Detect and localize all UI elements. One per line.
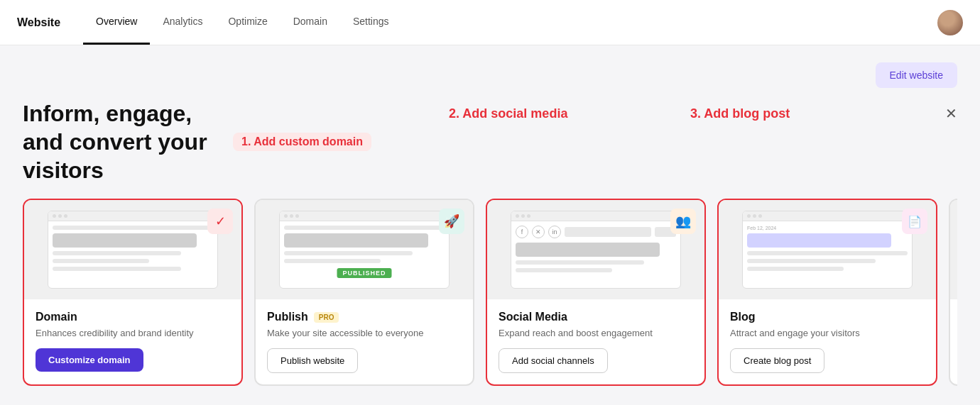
social-title-row: Social Media	[499, 311, 693, 323]
header: Website Overview Analytics Optimize Doma…	[0, 0, 980, 45]
logo: Website	[17, 16, 60, 29]
mock-line-hero	[747, 233, 891, 248]
social-card-body: Social Media Expand reach and boost enga…	[487, 299, 704, 384]
blog-card-body: Blog Attract and engage your visitors Cr…	[719, 299, 936, 384]
mock-line	[516, 268, 612, 272]
blog-mock-browser: Feb 12, 2024	[742, 211, 913, 289]
publish-website-button[interactable]: Publish website	[267, 348, 358, 373]
header-right	[937, 10, 963, 35]
hero-title: Inform, engage, and convert your visitor…	[23, 99, 222, 184]
mock-line	[747, 267, 844, 271]
domain-card-desc: Enhances credibility and brand identity	[36, 328, 230, 338]
tab-domain[interactable]: Domain	[281, 0, 340, 45]
social-card-title: Social Media	[499, 311, 567, 323]
social-card-image: f ✕ in 👥	[487, 200, 704, 299]
mock-line-hero	[53, 233, 197, 248]
domain-mock-browser	[48, 211, 218, 289]
dot1	[516, 214, 519, 218]
close-button[interactable]: ✕	[945, 106, 957, 121]
dot2	[58, 214, 62, 218]
dot3	[758, 214, 762, 218]
dot1	[53, 214, 56, 218]
dot1	[747, 214, 751, 218]
cards-row: ✓ Domain Enhances credibility and brand …	[23, 199, 957, 386]
domain-title-row: Domain	[36, 311, 230, 323]
publish-card-desc: Make your site accessible to everyone	[267, 328, 462, 338]
domain-card: ✓ Domain Enhances credibility and brand …	[23, 199, 243, 386]
mock-line-hero	[284, 233, 428, 248]
publish-badge-icon: 🚀	[439, 209, 464, 234]
publish-card-image: PUBLISHED 🚀	[256, 200, 473, 299]
avatar-image	[937, 10, 963, 35]
pro-badge: PRO	[314, 312, 339, 323]
mock-line	[53, 226, 213, 230]
social-mock-browser: f ✕ in	[511, 211, 681, 289]
blog-card-title: Blog	[730, 311, 756, 323]
main-content: Edit website Inform, engage, and convert…	[0, 45, 980, 403]
browser-bar	[743, 211, 912, 221]
step-2-label: 2. Add social media	[449, 106, 567, 121]
social-badge: 👥	[670, 209, 696, 234]
social-icon-f: f	[516, 226, 528, 238]
published-badge: PUBLISHED	[337, 268, 391, 278]
browser-bar	[280, 211, 449, 221]
tab-analytics[interactable]: Analytics	[150, 0, 215, 45]
step-1-label: 1. Add custom domain	[233, 133, 371, 151]
step-3-label: 3. Add blog post	[690, 106, 790, 121]
mock-line	[53, 259, 149, 263]
create-blog-post-button[interactable]: Create blog post	[730, 348, 824, 373]
blog-title-row: Blog	[730, 311, 925, 323]
mock-line	[284, 251, 413, 255]
social-mock-content: f ✕ in	[511, 221, 680, 280]
generate-card: Generate Create a we… ✓ Generate	[949, 199, 957, 386]
edit-btn-row: Edit website	[23, 62, 957, 88]
social-card: f ✕ in 👥 Social Media	[486, 199, 706, 386]
publish-card-title: Publish	[267, 311, 308, 323]
mock-line	[284, 259, 381, 263]
avatar[interactable]	[937, 10, 963, 35]
blog-mock-content: Feb 12, 2024	[743, 221, 912, 279]
mock-line-hero	[516, 243, 660, 257]
social-icon-x: ✕	[532, 226, 545, 238]
tab-settings[interactable]: Settings	[340, 0, 402, 45]
edit-website-button[interactable]: Edit website	[876, 62, 957, 88]
publish-card: PUBLISHED 🚀 Publish PRO Make your site a…	[254, 199, 474, 386]
publish-mock-content	[280, 221, 449, 271]
mock-line	[747, 259, 876, 263]
mock-line	[284, 226, 445, 230]
dot1	[284, 214, 288, 218]
mock-line	[747, 251, 908, 255]
generate-card-image	[950, 200, 957, 299]
social-icon-in: in	[548, 226, 561, 238]
dot3	[295, 214, 299, 218]
browser-bar	[511, 211, 680, 221]
domain-card-title: Domain	[36, 311, 77, 323]
dot2	[753, 214, 756, 218]
publish-card-body: Publish PRO Make your site accessible to…	[256, 299, 473, 384]
hero-row: Inform, engage, and convert your visitor…	[23, 99, 957, 184]
blog-card-image: Feb 12, 2024 📄	[719, 200, 936, 299]
add-social-channels-button[interactable]: Add social channels	[499, 348, 608, 373]
mock-line	[53, 267, 181, 271]
nav-tabs: Overview Analytics Optimize Domain Setti…	[83, 0, 401, 45]
dot2	[290, 214, 293, 218]
tab-overview[interactable]: Overview	[83, 0, 150, 45]
dot2	[521, 214, 525, 218]
mock-line	[53, 251, 181, 255]
generate-card-body: Generate Create a we… ✓ Generate	[950, 299, 957, 370]
publish-title-row: Publish PRO	[267, 311, 462, 323]
browser-bar	[48, 211, 217, 221]
tab-optimize[interactable]: Optimize	[215, 0, 280, 45]
blog-card-desc: Attract and engage your visitors	[730, 328, 925, 338]
domain-mock-content	[48, 221, 217, 279]
domain-card-body: Domain Enhances credibility and brand id…	[24, 299, 241, 384]
dot3	[64, 214, 67, 218]
customize-domain-button[interactable]: Customize domain	[36, 348, 143, 372]
domain-badge: ✓	[207, 209, 233, 234]
mock-line	[516, 260, 644, 265]
blog-badge: 📄	[902, 209, 927, 234]
dot3	[527, 214, 530, 218]
social-card-desc: Expand reach and boost engagement	[499, 328, 693, 338]
domain-card-image: ✓	[24, 200, 241, 299]
blog-card: Feb 12, 2024 📄 Blog Attract and engage y…	[717, 199, 937, 386]
